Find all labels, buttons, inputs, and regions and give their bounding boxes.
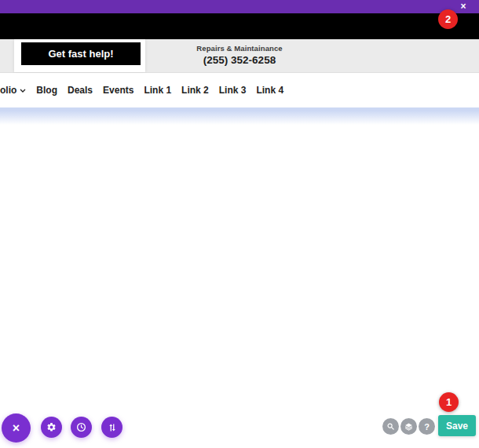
get-fast-help-button[interactable]: Get fast help! (21, 42, 141, 65)
swap-vertical-icon (108, 423, 117, 432)
question-icon: ? (424, 422, 430, 432)
nav-item-link3[interactable]: Link 3 (219, 85, 247, 96)
cta-card: Get fast help! (14, 39, 145, 72)
chevron-down-icon (20, 89, 26, 93)
nav-item-deals[interactable]: Deals (68, 85, 93, 96)
settings-button[interactable] (41, 417, 62, 438)
annotation-badge-1: 1 (439, 392, 459, 412)
nav-item-portfolio[interactable]: olio (0, 85, 26, 96)
contact-info: Repairs & Maintainance (255) 352-6258 (177, 44, 302, 66)
divi-builder-screen: × 2 Get fast help! Repairs & Maintainanc… (0, 0, 479, 448)
layers-icon (404, 422, 413, 431)
builder-exit-button[interactable]: × (2, 413, 31, 443)
save-button[interactable]: Save (438, 415, 476, 436)
nav-item-link2[interactable]: Link 2 (181, 85, 209, 96)
nav-item-blog[interactable]: Blog (36, 85, 57, 96)
contact-phone: (255) 352-6258 (177, 54, 302, 66)
gear-icon (46, 422, 57, 432)
zoom-button[interactable] (382, 418, 399, 435)
builder-notice-bar: × (0, 0, 479, 13)
site-top-black-bar (0, 13, 479, 39)
annotation-badge-2: 2 (438, 9, 458, 29)
nav-item-link1[interactable]: Link 1 (144, 85, 171, 96)
portability-button[interactable] (101, 417, 122, 438)
site-nav: olio Blog Deals Events Link 1 Link 2 Lin… (0, 73, 479, 107)
nav-item-label: olio (0, 85, 16, 96)
clock-icon (76, 422, 86, 432)
nav-item-events[interactable]: Events (103, 85, 133, 96)
contact-label: Repairs & Maintainance (177, 44, 302, 53)
section-fade-divider (0, 107, 479, 125)
nav-item-link4[interactable]: Link 4 (256, 85, 283, 96)
magnifier-icon (386, 422, 395, 431)
view-mode-button[interactable] (400, 418, 417, 435)
history-button[interactable] (71, 417, 92, 438)
help-button[interactable]: ? (419, 418, 435, 435)
site-header: Get fast help! Repairs & Maintainance (2… (0, 39, 479, 73)
close-icon[interactable]: × (458, 0, 469, 13)
